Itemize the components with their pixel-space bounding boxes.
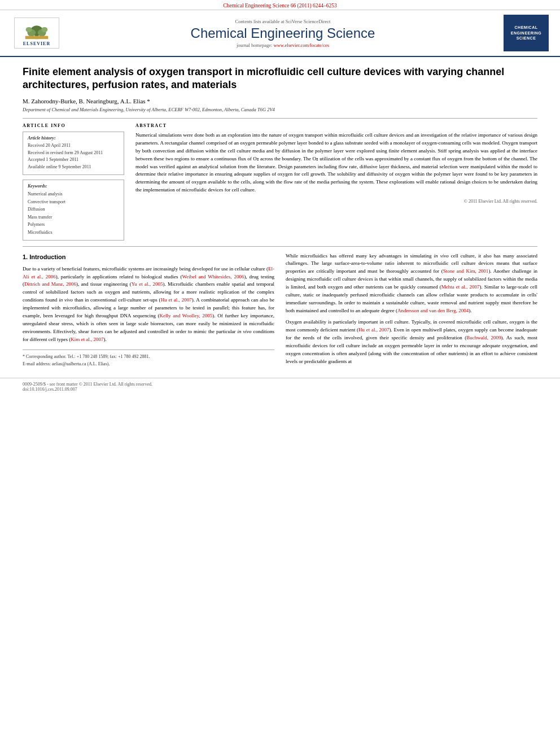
homepage-url[interactable]: www.elsevier.com/locate/ces: [274, 42, 330, 48]
journal-title: Chemical Engineering Science: [68, 25, 498, 41]
keyword-6: Microfluidics: [28, 229, 119, 237]
ref-yu[interactable]: Yu et al., 2005: [132, 281, 163, 287]
homepage-label: journal homepage:: [237, 42, 273, 48]
svg-point-5: [41, 27, 47, 32]
right-paragraph-2: Oxygen availability is particularly impo…: [286, 318, 537, 366]
section-1-title: 1. Introduction: [23, 252, 274, 262]
footer-info: 0009-2509/$ - see front matter © 2011 El…: [0, 378, 560, 395]
elsevier-logo-area: ELSEVIER: [11, 18, 62, 49]
author-list: M. Zahorodny-Burke, B. Nearingburg, A.L.…: [23, 98, 150, 104]
ces-line2: ENGINEERING: [511, 30, 542, 36]
accepted-date: Accepted 1 September 2011: [28, 156, 119, 164]
ref-weibel[interactable]: Weibel and Whitesides, 2006: [182, 274, 244, 279]
svg-rect-6: [25, 36, 49, 39]
ref-kim-2007[interactable]: Kim et al., 2007: [71, 337, 103, 342]
ref-dittrich[interactable]: Dittrich and Manz, 2006: [24, 281, 76, 287]
ces-logo: CHEMICAL ENGINEERING SCIENCE: [504, 15, 549, 51]
footnote-corresponding: * Corresponding author. Tel.: +1 780 248…: [23, 353, 274, 361]
right-paragraph-1: While microfluidics has offered many key…: [286, 252, 537, 316]
section-1-label: Introduction: [29, 254, 65, 260]
journal-center: Contents lists available at SciVerse Sci…: [68, 19, 498, 48]
footnote-email: E-mail address: aelias@ualberta.ca (A.L.…: [23, 361, 274, 368]
ref-hu-2007b[interactable]: Hu et al., 2007: [358, 327, 389, 333]
ref-buchwald[interactable]: Buchwald, 2009: [466, 335, 501, 340]
article-title: Finite element analysis of oxygen transp…: [23, 65, 537, 92]
affiliation: Department of Chemical and Materials Eng…: [23, 107, 537, 112]
footer-issn: 0009-2509/$ - see front matter © 2011 El…: [23, 382, 537, 387]
elsevier-label: ELSEVIER: [23, 41, 50, 46]
journal-header: ELSEVIER Contents lists available at Sci…: [0, 10, 560, 57]
keyword-3: Diffusion: [28, 206, 119, 213]
top-bar: Chemical Engineering Science 66 (2011) 6…: [0, 0, 560, 10]
ref-kelly[interactable]: Kelly and Woolley, 2005: [160, 313, 213, 318]
contents-text: Contents lists available at SciVerse Sci…: [235, 19, 331, 24]
keyword-4: Mass transfer: [28, 213, 119, 221]
elsevier-logo: ELSEVIER: [14, 18, 59, 49]
elsevier-tree-icon: [23, 20, 51, 40]
keywords-list: Numerical analysis Convective transport …: [28, 190, 119, 237]
article-info-abstract: ARTICLE INFO Article history: Received 2…: [23, 123, 537, 241]
divider-1: [23, 118, 537, 119]
ref-mehta[interactable]: Mehta et al., 2007: [441, 284, 480, 290]
keywords-box: Keywords: Numerical analysis Convective …: [23, 180, 124, 241]
abstract-col: ABSTRACT Numerical simulations were done…: [135, 123, 537, 241]
keyword-2: Convective transport: [28, 198, 119, 206]
article-history-box: Article history: Received 20 April 2011 …: [23, 132, 124, 175]
body-right-col: While microfluidics has offered many key…: [286, 252, 537, 369]
abstract-text: Numerical simulations were done both as …: [135, 132, 537, 195]
ces-line3: SCIENCE: [517, 36, 536, 41]
body-left-col: 1. Introduction Due to a variety of bene…: [23, 252, 274, 369]
body-content: 1. Introduction Due to a variety of bene…: [0, 247, 560, 375]
keyword-5: Polymers: [28, 221, 119, 229]
received-date: Received 20 April 2011: [28, 142, 119, 150]
article-info-header: ARTICLE INFO: [23, 123, 124, 128]
authors: M. Zahorodny-Burke, B. Nearingburg, A.L.…: [23, 98, 537, 104]
footer-doi: doi:10.1016/j.ces.2011.09.007: [23, 387, 537, 392]
svg-point-4: [26, 27, 32, 32]
keywords-label: Keywords:: [28, 184, 119, 189]
copyright: © 2011 Elsevier Ltd. All rights reserved…: [135, 199, 537, 204]
journal-reference[interactable]: Chemical Engineering Science 66 (2011) 6…: [223, 3, 336, 8]
ref-stone[interactable]: Stone and Kim, 2001: [443, 268, 489, 274]
intro-paragraph-1: Due to a variety of beneficial features,…: [23, 265, 274, 344]
keyword-1: Numerical analysis: [28, 190, 119, 198]
ces-line1: CHEMICAL: [515, 25, 538, 30]
abstract-header: ABSTRACT: [135, 123, 537, 128]
ref-andersson[interactable]: Andersson and van den Berg, 2004: [397, 308, 469, 313]
revised-date: Received in revised form 29 August 2011: [28, 150, 119, 157]
sciverse-line: Contents lists available at SciVerse Sci…: [68, 19, 498, 24]
article-content: Finite element analysis of oxygen transp…: [0, 57, 560, 246]
body-two-col: 1. Introduction Due to a variety of bene…: [23, 252, 537, 369]
article-history-label: Article history:: [28, 136, 119, 141]
footnote-area: * Corresponding author. Tel.: +1 780 248…: [23, 350, 274, 368]
ref-hu-2007[interactable]: Hu et al., 2007: [161, 297, 192, 303]
online-date: Available online 9 September 2011: [28, 164, 119, 171]
left-col: ARTICLE INFO Article history: Received 2…: [23, 123, 124, 241]
article-history-text: Received 20 April 2011 Received in revis…: [28, 142, 119, 171]
section-1-number: 1.: [23, 254, 28, 260]
journal-homepage: journal homepage: www.elsevier.com/locat…: [68, 42, 498, 48]
